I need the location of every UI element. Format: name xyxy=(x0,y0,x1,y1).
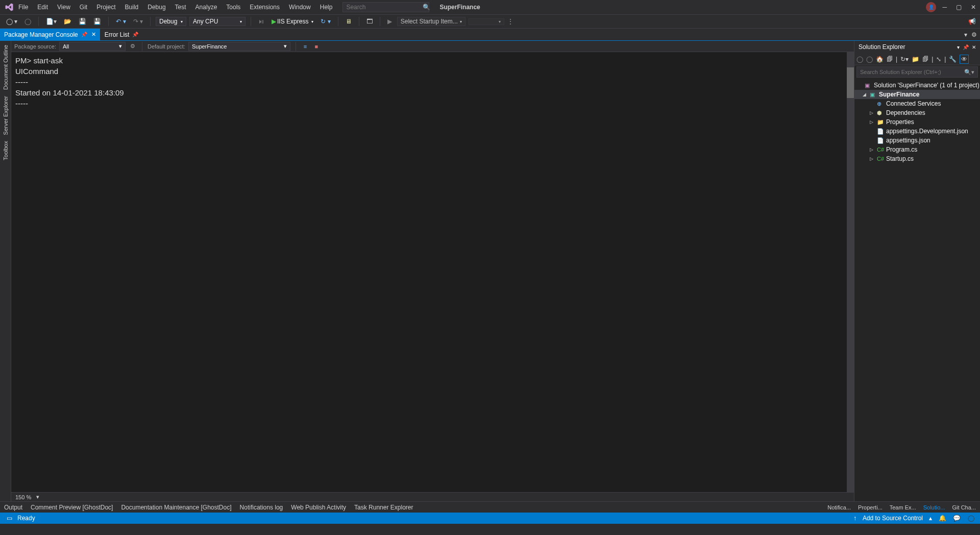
expander-icon[interactable]: ▷ xyxy=(870,110,875,115)
menu-tools[interactable]: Tools xyxy=(226,4,240,11)
tab-dropdown-icon[interactable]: ▾ xyxy=(964,31,967,38)
scrollbar-thumb[interactable] xyxy=(847,67,854,98)
search-icon[interactable]: 🔍 xyxy=(423,4,430,11)
bottom-tab-doc-maintenance[interactable]: Documentation Maintenance [GhostDoc] xyxy=(121,504,231,511)
nav-back-button[interactable]: ◯ ▾ xyxy=(4,17,19,26)
config-dropdown[interactable]: Debug▾ xyxy=(156,17,186,26)
run-button[interactable]: ▶ IIS Express ▾ xyxy=(270,17,315,26)
scrollbar[interactable] xyxy=(847,52,854,492)
bottom-tab-comment-preview[interactable]: Comment Preview [GhostDoc] xyxy=(31,504,113,511)
tree-connected-services[interactable]: ⊕ Connected Services xyxy=(854,99,980,108)
toolbar-overflow-button[interactable]: ⋮ xyxy=(507,18,513,25)
bottom-tab-task-runner[interactable]: Task Runner Explorer xyxy=(354,504,413,511)
default-project-dropdown[interactable]: SuperFinance▾ xyxy=(188,42,290,51)
menu-extensions[interactable]: Extensions xyxy=(250,4,280,11)
pmc-list-icon[interactable]: ≡ xyxy=(301,42,309,51)
se-collapse-icon[interactable]: ⤡ xyxy=(936,56,941,63)
startup-play-button[interactable]: ▶ xyxy=(385,17,394,26)
redo-button[interactable]: ↷ ▾ xyxy=(131,17,145,26)
source-control-up-icon[interactable]: ↑ xyxy=(853,515,856,522)
expander-icon[interactable]: ▷ xyxy=(870,119,875,125)
menu-window[interactable]: Window xyxy=(289,4,311,11)
bottom-tab-output[interactable]: Output xyxy=(4,504,22,511)
menu-edit[interactable]: Edit xyxy=(37,4,48,11)
menu-project[interactable]: Project xyxy=(96,4,115,11)
user-avatar[interactable]: 👤 xyxy=(926,2,936,12)
menu-help[interactable]: Help xyxy=(320,4,333,11)
feedback-status-icon[interactable]: 💬 xyxy=(952,514,961,522)
feedback-icon[interactable]: 📢 xyxy=(968,18,976,25)
pmc-clear-icon[interactable]: ■ xyxy=(312,42,321,51)
se-showall-icon[interactable]: 📁 xyxy=(912,56,919,63)
se-preview-icon[interactable]: 👁 xyxy=(960,55,969,64)
startup-extra-dropdown[interactable]: ▾ xyxy=(469,18,504,25)
tree-properties[interactable]: ▷ 📁 Properties xyxy=(854,117,980,127)
open-file-button[interactable]: 📂 xyxy=(62,17,74,26)
se-properties-icon[interactable]: 🔧 xyxy=(949,56,957,63)
se-copy-icon[interactable]: 🗐 xyxy=(922,56,928,63)
tree-program-cs[interactable]: ▷ C# Program.cs xyxy=(854,145,980,154)
tree-appsettings[interactable]: 📄 appsettings.json xyxy=(854,136,980,145)
solution-search-box[interactable]: 🔍▾ xyxy=(856,66,978,78)
menu-file[interactable]: File xyxy=(18,4,28,11)
panel-close-icon[interactable]: ✕ xyxy=(972,44,976,50)
pin-icon[interactable]: 📌 xyxy=(81,32,87,37)
bottom-tab-notifications[interactable]: Notifications log xyxy=(240,504,283,511)
new-project-button[interactable]: 📄▾ xyxy=(44,17,59,26)
add-source-control[interactable]: Add to Source Control xyxy=(863,515,923,522)
rail-server-explorer[interactable]: Server Explorer xyxy=(3,96,9,135)
expander-icon[interactable]: ▷ xyxy=(870,156,875,161)
package-settings-icon[interactable]: ⚙ xyxy=(129,42,137,51)
tab-settings-icon[interactable]: ⚙ xyxy=(971,31,977,38)
step-button[interactable]: ⏯ xyxy=(256,17,266,26)
tab-error-list[interactable]: Error List 📌 xyxy=(101,29,143,40)
save-all-button[interactable]: 💾 xyxy=(91,17,103,26)
right-tab-notifications[interactable]: Notifica... xyxy=(827,504,851,510)
menu-test[interactable]: Test xyxy=(175,4,186,11)
right-tab-solution[interactable]: Solutio... xyxy=(923,504,945,510)
tree-project[interactable]: ◢ ▣ SuperFinance xyxy=(854,90,980,99)
se-home-icon[interactable]: 🏠 xyxy=(876,56,884,63)
search-icon[interactable]: 🔍▾ xyxy=(964,69,974,76)
menu-build[interactable]: Build xyxy=(125,4,139,11)
right-tab-properties[interactable]: Properti... xyxy=(858,504,883,510)
menu-view[interactable]: View xyxy=(57,4,70,11)
menu-debug[interactable]: Debug xyxy=(148,4,165,11)
se-forward-icon[interactable]: ◯ xyxy=(866,56,873,63)
search-box[interactable]: 🔍 xyxy=(342,2,429,12)
platform-dropdown[interactable]: Any CPU▾ xyxy=(189,17,246,26)
tree-startup-cs[interactable]: ▷ C# Startup.cs xyxy=(854,154,980,163)
status-circle-icon[interactable]: ◯ xyxy=(967,514,975,522)
menu-git[interactable]: Git xyxy=(80,4,87,11)
right-tab-team-explorer[interactable]: Team Ex... xyxy=(890,504,916,510)
save-button[interactable]: 💾 xyxy=(77,17,88,26)
zoom-level[interactable]: 150 % xyxy=(15,494,31,500)
undo-button[interactable]: ↶ ▾ xyxy=(114,17,128,26)
close-button[interactable]: ✕ xyxy=(971,4,976,11)
se-sync-icon[interactable]: 🗐 xyxy=(887,56,893,63)
right-tab-git-changes[interactable]: Git Cha... xyxy=(952,504,976,510)
se-back-icon[interactable]: ◯ xyxy=(856,56,863,63)
rail-toolbox[interactable]: Toolbox xyxy=(3,141,9,160)
tab-package-manager-console[interactable]: Package Manager Console 📌 ✕ xyxy=(0,29,101,40)
refresh-button[interactable]: ↻ ▾ xyxy=(318,17,332,26)
menu-analyze[interactable]: Analyze xyxy=(195,4,217,11)
panel-pin-icon[interactable]: 📌 xyxy=(963,44,969,50)
source-control-arrow-icon[interactable]: ▴ xyxy=(929,515,932,522)
notifications-icon[interactable]: 🔔 xyxy=(938,514,946,522)
close-icon[interactable]: ✕ xyxy=(91,31,96,38)
se-refresh-icon[interactable]: ↻▾ xyxy=(900,56,909,63)
solution-search-input[interactable] xyxy=(860,69,964,75)
pin-icon[interactable]: 📌 xyxy=(132,32,138,37)
tree-appsettings-dev[interactable]: 📄 appsettings.Development.json xyxy=(854,127,980,136)
browser-link-button[interactable]: 🖥 xyxy=(344,17,354,26)
panel-dropdown-icon[interactable]: ▾ xyxy=(957,44,960,50)
startup-item-dropdown[interactable]: Select Startup Item...▾ xyxy=(397,17,465,26)
nav-forward-button[interactable]: ◯ xyxy=(22,17,33,26)
tree-dependencies[interactable]: ▷ ⬢ Dependencies xyxy=(854,108,980,117)
search-input[interactable] xyxy=(346,4,423,11)
tree-solution[interactable]: ▣ Solution 'SuperFinance' (1 of 1 projec… xyxy=(854,81,980,90)
console-output[interactable]: PM> start-ask UICommand ----- Started on… xyxy=(11,52,854,492)
bottom-tab-web-publish[interactable]: Web Publish Activity xyxy=(291,504,346,511)
minimize-button[interactable]: ─ xyxy=(942,4,947,11)
